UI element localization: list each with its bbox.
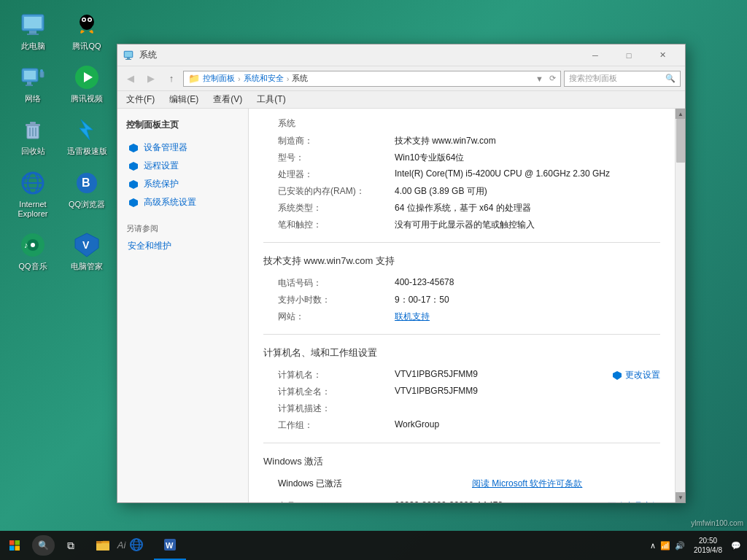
minimize-button[interactable]: ─ <box>578 44 612 66</box>
taskbar-clock[interactable]: 20:50 2019/4/8 <box>689 536 727 555</box>
sidebar-item-remote-settings[interactable]: 远程设置 <box>123 157 242 175</box>
desktop-icon-qq[interactable]: 腾讯QQ <box>61 7 112 54</box>
scroll-track <box>676 119 685 492</box>
refresh-icon[interactable]: ⟳ <box>549 74 556 83</box>
folder-icon: 📁 <box>188 73 200 84</box>
menu-file[interactable]: 文件(F) <box>123 92 158 107</box>
pc-manager-icon: V <box>72 230 101 260</box>
scroll-down-button[interactable]: ▼ <box>676 492 685 502</box>
desktop-icon-recycle[interactable]: 回收站 <box>7 112 58 159</box>
sidebar: 控制面板主页 设备管理器 <box>117 109 249 502</box>
sidebar-main-section: 控制面板主页 设备管理器 <box>123 117 242 211</box>
desktop-icon-ie[interactable]: e Internet Explorer <box>7 166 58 222</box>
desktop-icon-this-pc[interactable]: 此电脑 <box>7 7 58 54</box>
svg-rect-55 <box>96 541 101 543</box>
activation-header: Windows 激活 <box>263 452 660 468</box>
manufacturer-label: 制造商： <box>278 135 395 147</box>
website-value[interactable]: 联机支持 <box>395 311 660 323</box>
svg-rect-14 <box>40 71 44 77</box>
up-button[interactable]: ↑ <box>163 70 180 88</box>
breadcrumb-control-panel[interactable]: 控制面板 <box>203 73 235 84</box>
start-button[interactable] <box>0 531 29 560</box>
breadcrumb-system-security[interactable]: 系统和安全 <box>244 73 284 84</box>
system-type-value: 64 位操作系统，基于 x64 的处理器 <box>395 202 660 214</box>
advanced-settings-icon <box>128 197 139 209</box>
system-type-row: 系统类型： 64 位操作系统，基于 x64 的处理器 <box>278 200 660 217</box>
dropdown-arrow-icon[interactable]: ▼ <box>535 74 543 83</box>
tray-arrow-icon[interactable]: ∧ <box>650 541 656 551</box>
support-header: 技术支持 www.win7w.com 支持 <box>263 252 660 268</box>
maximize-button[interactable]: □ <box>612 44 646 66</box>
desktop-icon-qq-browser[interactable]: B QQ浏览器 <box>61 166 112 222</box>
qq-label: 腾讯QQ <box>72 42 101 51</box>
change-settings-button[interactable]: 更改设置 <box>612 369 660 381</box>
watermark: ylmfwin100.com <box>691 519 743 527</box>
shield-icon-2 <box>595 502 605 503</box>
back-button[interactable]: ◀ <box>122 70 139 88</box>
taskbar-systray: ∧ 📶 🔊 20:50 2019/4/8 💬 <box>650 536 747 555</box>
window-menubar: 文件(F) 编辑(E) 查看(V) 工具(T) <box>117 91 685 109</box>
qq-browser-label: QQ浏览器 <box>69 200 105 209</box>
scrollbar[interactable]: ▲ ▼ <box>675 109 685 502</box>
main-content: 系统 制造商： 技术支持 www.win7w.com 型号： Win10专业版6… <box>249 109 675 502</box>
computer-header: 计算机名、域和工作组设置 <box>263 343 660 359</box>
address-dropdown: ▼ ⟳ <box>535 74 556 83</box>
workgroup-label: 工作组： <box>278 419 395 432</box>
notification-icon[interactable]: 💬 <box>731 541 741 551</box>
computer-name-row: 计算机名： VTV1IPBGR5JFMM9 更改设置 <box>278 367 660 384</box>
hours-label: 支持小时数： <box>278 294 395 306</box>
description-label: 计算机描述： <box>278 402 395 415</box>
tray-volume-icon[interactable]: 🔊 <box>675 541 685 551</box>
search-placeholder: 搜索控制面板 <box>569 73 617 84</box>
sidebar-item-device-manager[interactable]: 设备管理器 <box>123 139 242 157</box>
taskbar-search[interactable]: 🔍 <box>32 535 55 556</box>
svg-text:W: W <box>166 541 174 550</box>
window-addressbar: ◀ ▶ ↑ 📁 控制面板 › 系统和安全 › 系统 ▼ ⟳ 搜索控制面板 <box>117 66 685 91</box>
desktop-icon-network[interactable]: 网络 <box>7 60 58 106</box>
pen-row: 笔和触控： 没有可用于此显示器的笔或触控输入 <box>278 217 660 233</box>
menu-tools[interactable]: 工具(T) <box>254 92 288 107</box>
address-field[interactable]: 📁 控制面板 › 系统和安全 › 系统 ▼ ⟳ <box>183 71 561 87</box>
model-value: Win10专业版64位 <box>395 152 660 164</box>
sidebar-item-system-protection[interactable]: 系统保护 <box>123 175 242 193</box>
tray-wifi-icon[interactable]: 📶 <box>660 541 670 551</box>
window-controls: ─ □ ✕ <box>578 44 679 66</box>
this-pc-label: 此电脑 <box>21 42 45 51</box>
scroll-up-button[interactable]: ▲ <box>676 109 685 119</box>
main-scroll-area: 系统 制造商： 技术支持 www.win7w.com 型号： Win10专业版6… <box>249 109 685 502</box>
pen-label: 笔和触控： <box>278 219 395 231</box>
taskbar-app-word[interactable]: W <box>154 531 186 560</box>
license-link[interactable]: 阅读 Microsoft 软件许可条款 <box>472 478 660 490</box>
search-icon: 🔍 <box>665 74 676 83</box>
divider-3 <box>263 443 660 443</box>
breadcrumb-sep-2: › <box>287 74 290 83</box>
svg-rect-41 <box>127 58 130 59</box>
scroll-thumb[interactable] <box>676 119 685 163</box>
task-view-button[interactable]: ⧉ <box>58 531 84 560</box>
menu-edit[interactable]: 编辑(E) <box>166 92 201 107</box>
desktop-icons: 此电脑 腾讯QQ <box>7 7 112 274</box>
desktop-icon-xunlei[interactable]: 迅雷极速版 <box>61 112 112 159</box>
svg-marker-44 <box>129 162 138 171</box>
search-box[interactable]: 搜索控制面板 🔍 <box>564 71 681 87</box>
forward-button[interactable]: ▶ <box>142 70 160 88</box>
sidebar-item-advanced-settings[interactable]: 高级系统设置 <box>123 193 242 211</box>
product-id-label: 产品 ID： <box>278 500 395 502</box>
desktop-icon-qq-music[interactable]: ♪ QQ音乐 <box>7 228 58 274</box>
desktop-icon-pc-manager[interactable]: V 电脑管家 <box>61 228 112 274</box>
security-label: 安全和维护 <box>128 240 171 252</box>
processor-label: 处理器： <box>278 168 395 181</box>
recycle-label: 回收站 <box>21 147 45 156</box>
desktop-icon-tencent-video[interactable]: 腾讯视频 <box>61 60 112 106</box>
svg-rect-11 <box>24 71 36 79</box>
taskbar: 🔍 ⧉ <box>0 531 747 560</box>
change-key-button[interactable]: 更改产品密钥 <box>595 500 660 502</box>
clock-date: 2019/4/8 <box>694 545 722 555</box>
svg-marker-24 <box>80 120 93 140</box>
website-label: 网站： <box>278 311 395 323</box>
sidebar-item-security[interactable]: 安全和维护 <box>123 237 242 255</box>
close-button[interactable]: ✕ <box>646 44 679 66</box>
svg-text:B: B <box>82 176 90 189</box>
svg-text:♪: ♪ <box>24 241 28 249</box>
menu-view[interactable]: 查看(V) <box>210 92 245 107</box>
